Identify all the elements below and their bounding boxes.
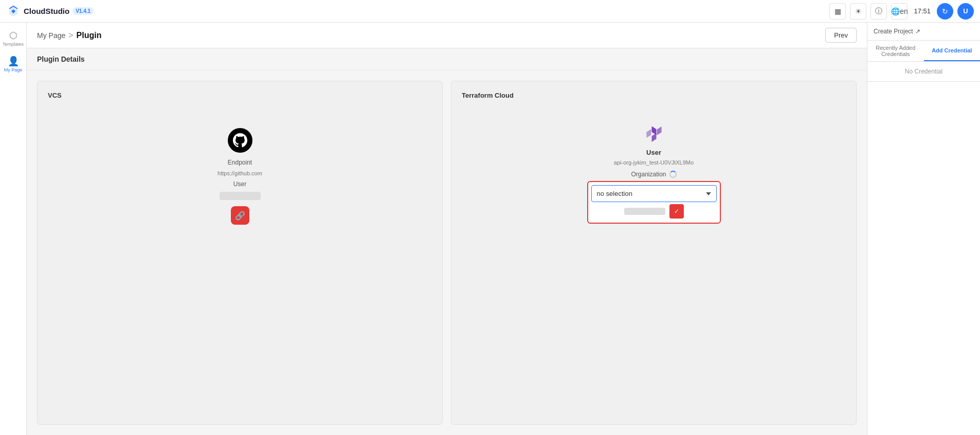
terraform-org-label: Organization [631,171,666,178]
vcs-endpoint-value: https://github.com [217,170,262,176]
right-tabs: Recently Added Credentials Add Credentia… [867,41,980,62]
vcs-content: Endpoint https://github.com User 🔗 [48,107,432,245]
sync-icon: ↻ [942,7,948,15]
create-project-label: Create Project [874,28,913,35]
terraform-user-value: api-org-jykim_test-U0VJtXL9Mo [614,159,694,166]
language-btn[interactable]: 🌐 en [891,3,908,20]
nav-right: ▦ ☀ ⓘ 🌐 en 17:51 ↻ U [829,3,974,20]
top-nav: CloudStudio V1.4.1 ▦ ☀ ⓘ 🌐 en 17:51 ↻ U [0,0,980,23]
right-panel-header: Create Project ↗ [867,23,980,41]
github-icon [228,128,252,153]
panels-container: VCS Endpoint https://github.com User [27,70,867,435]
breadcrumb-current: Plugin [77,31,102,40]
external-link-icon: ↗ [915,28,920,35]
no-credential-label: No Credential [867,62,980,82]
org-dropdown[interactable]: no selection [591,185,717,202]
breadcrumb: My Page > Plugin [37,31,101,40]
org-confirm-bar [624,208,665,215]
terraform-panel-title: Terraform Cloud [462,92,846,99]
templates-icon: ⬡ [9,30,17,41]
tab-recently-added[interactable]: Recently Added Credentials [867,41,924,61]
confirm-icon: ✓ [674,208,679,215]
logo-icon [6,4,21,19]
avatar-btn[interactable]: U [957,3,974,20]
app-name: CloudStudio [24,7,69,15]
prev-button[interactable]: Prev [825,28,857,43]
terraform-logo [644,123,664,143]
avatar: U [963,7,968,15]
monitor-icon-btn[interactable]: ▦ [829,3,846,20]
terraform-org-spinner [669,171,677,178]
sidebar-item-mypage[interactable]: 👤 My Page [2,52,25,76]
vcs-user-label: User [233,180,246,188]
sun-icon-btn[interactable]: ☀ [850,3,866,20]
content-wrapper: My Page > Plugin Prev Plugin Details VCS [27,23,980,435]
sync-btn[interactable]: ↻ [937,3,953,20]
terraform-user-label: User [646,149,661,156]
terraform-org-row: Organization [631,171,676,178]
plugin-details-title: Plugin Details [37,55,85,63]
breadcrumb-sep: > [68,31,73,40]
link-icon: 🔗 [235,211,245,221]
org-confirm-button[interactable]: ✓ [669,204,684,219]
vcs-panel-title: VCS [48,92,432,99]
vcs-panel: VCS Endpoint https://github.com User [37,81,443,425]
create-project-button[interactable]: Create Project ↗ [874,28,920,35]
sidebar-label-mypage: My Page [4,68,23,73]
nav-left: CloudStudio V1.4.1 [6,4,94,19]
main-layout: ⬡ Templates 👤 My Page My Page > Plugin P… [0,23,980,435]
mypage-icon: 👤 [8,56,19,67]
globe-icon: 🌐 [891,7,900,15]
sidebar-label-templates: Templates [3,42,24,47]
info-icon-btn[interactable]: ⓘ [870,3,887,20]
org-dropdown-wrapper: no selection ✓ [587,181,721,224]
breadcrumb-parent[interactable]: My Page [37,31,65,40]
sidebar: ⬡ Templates 👤 My Page [0,23,27,435]
version-badge: V1.4.1 [72,7,94,15]
sub-header: Plugin Details [27,48,867,70]
language-label: en [900,7,908,15]
vcs-link-button[interactable]: 🔗 [231,206,249,225]
right-panel: Create Project ↗ Recently Added Credenti… [867,23,980,435]
logo-area: CloudStudio V1.4.1 [6,4,94,19]
org-action-row: ✓ [591,202,717,220]
vcs-user-bar [220,192,261,200]
sidebar-item-templates[interactable]: ⬡ Templates [2,27,25,50]
terraform-content: User api-org-jykim_test-U0VJtXL9Mo Organ… [462,107,846,239]
tab-add-credential[interactable]: Add Credential [924,41,981,61]
time-display: 17:51 [912,7,933,15]
terraform-panel: Terraform Cloud User api-org [451,81,857,425]
vcs-endpoint-label: Endpoint [228,159,252,166]
main-content: My Page > Plugin Prev Plugin Details VCS [27,23,867,435]
content-header: My Page > Plugin Prev [27,23,867,48]
